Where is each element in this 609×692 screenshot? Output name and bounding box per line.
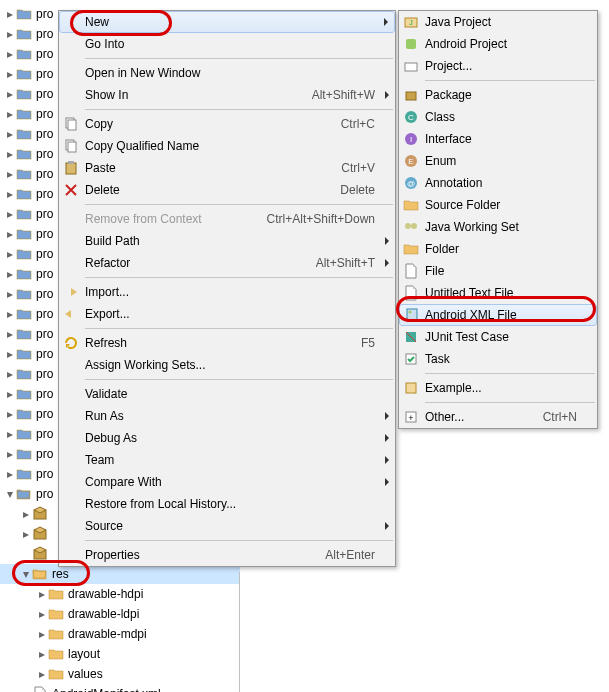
res-subfolder-row[interactable]: ▸ drawable-hdpi bbox=[0, 584, 240, 604]
expand-arrow-icon[interactable]: ▸ bbox=[4, 187, 16, 201]
svg-text:E: E bbox=[408, 157, 413, 166]
menu-item-export[interactable]: Export... bbox=[59, 303, 395, 325]
expand-arrow-icon[interactable]: ▸ bbox=[4, 47, 16, 61]
menu-item-properties[interactable]: PropertiesAlt+Enter bbox=[59, 544, 395, 566]
expand-arrow-icon[interactable]: ▸ bbox=[4, 387, 16, 401]
submenu-item-task[interactable]: Task bbox=[399, 348, 597, 370]
submenu-item-android-project[interactable]: Android Project bbox=[399, 33, 597, 55]
menu-item-new[interactable]: New bbox=[59, 11, 395, 33]
expand-arrow-icon[interactable]: ▸ bbox=[4, 67, 16, 81]
context-menu[interactable]: NewGo IntoOpen in New WindowShow InAlt+S… bbox=[58, 10, 396, 567]
expand-arrow-icon[interactable]: ▸ bbox=[4, 267, 16, 281]
workingset-icon bbox=[403, 219, 419, 235]
expand-arrow-icon[interactable]: ▸ bbox=[36, 587, 48, 601]
submenu-item-java-working-set[interactable]: Java Working Set bbox=[399, 216, 597, 238]
menu-item-compare-with[interactable]: Compare With bbox=[59, 471, 395, 493]
expand-arrow-icon[interactable]: ▸ bbox=[20, 527, 32, 541]
expand-arrow-icon[interactable]: ▸ bbox=[4, 207, 16, 221]
menu-label: Restore from Local History... bbox=[85, 497, 395, 511]
svg-text:+: + bbox=[408, 413, 413, 423]
submenu-item-source-folder[interactable]: Source Folder bbox=[399, 194, 597, 216]
expand-arrow-icon[interactable]: ▸ bbox=[4, 107, 16, 121]
expand-arrow-icon[interactable]: ▸ bbox=[4, 147, 16, 161]
junit-icon bbox=[403, 329, 419, 345]
menu-item-build-path[interactable]: Build Path bbox=[59, 230, 395, 252]
folder-icon bbox=[16, 466, 32, 482]
res-subfolder-row[interactable]: ▸ layout bbox=[0, 644, 240, 664]
res-subfolder-row[interactable]: ▸ values bbox=[0, 664, 240, 684]
menu-item-validate[interactable]: Validate bbox=[59, 383, 395, 405]
delete-icon bbox=[63, 182, 79, 198]
expand-arrow-icon[interactable]: ▸ bbox=[4, 427, 16, 441]
folder-icon bbox=[16, 446, 32, 462]
menu-item-source[interactable]: Source bbox=[59, 515, 395, 537]
menu-item-debug-as[interactable]: Debug As bbox=[59, 427, 395, 449]
submenu-item-enum[interactable]: EEnum bbox=[399, 150, 597, 172]
submenu-item-junit-test-case[interactable]: JUnit Test Case bbox=[399, 326, 597, 348]
submenu-item-class[interactable]: CClass bbox=[399, 106, 597, 128]
expand-arrow-icon[interactable]: ▸ bbox=[20, 507, 32, 521]
expand-arrow-icon[interactable]: ▸ bbox=[4, 367, 16, 381]
menu-separator bbox=[85, 109, 393, 110]
menu-item-refresh[interactable]: RefreshF5 bbox=[59, 332, 395, 354]
expand-arrow-icon[interactable]: ▸ bbox=[4, 447, 16, 461]
svg-rect-8 bbox=[68, 161, 74, 164]
expand-arrow-icon[interactable]: ▸ bbox=[36, 607, 48, 621]
menu-item-import[interactable]: Import... bbox=[59, 281, 395, 303]
expand-arrow-icon[interactable]: ▸ bbox=[4, 467, 16, 481]
expand-arrow-icon[interactable]: ▸ bbox=[4, 87, 16, 101]
submenu-item-package[interactable]: Package bbox=[399, 84, 597, 106]
submenu-item-example[interactable]: Example... bbox=[399, 377, 597, 399]
expand-arrow-icon[interactable]: ▸ bbox=[4, 327, 16, 341]
menu-label: Compare With bbox=[85, 475, 395, 489]
expand-arrow-icon[interactable]: ▸ bbox=[36, 647, 48, 661]
expand-arrow-icon[interactable]: ▸ bbox=[4, 127, 16, 141]
folder-icon bbox=[16, 286, 32, 302]
res-folder-row[interactable]: ▾ res bbox=[0, 564, 240, 584]
expand-arrow-icon[interactable]: ▸ bbox=[4, 227, 16, 241]
copyq-icon bbox=[63, 138, 79, 154]
submenu-item-untitled-text-file[interactable]: Untitled Text File bbox=[399, 282, 597, 304]
submenu-item-project[interactable]: Project... bbox=[399, 55, 597, 77]
expand-arrow-icon[interactable]: ▾ bbox=[20, 567, 32, 581]
expand-arrow-icon[interactable]: ▸ bbox=[36, 667, 48, 681]
submenu-item-folder[interactable]: Folder bbox=[399, 238, 597, 260]
menu-item-go-into[interactable]: Go Into bbox=[59, 33, 395, 55]
menu-item-open-in-new-window[interactable]: Open in New Window bbox=[59, 62, 395, 84]
project-label: pro bbox=[36, 427, 53, 441]
submenu-item-other[interactable]: +Other...Ctrl+N bbox=[399, 406, 597, 428]
menu-item-copy[interactable]: CopyCtrl+C bbox=[59, 113, 395, 135]
expand-arrow-icon[interactable]: ▾ bbox=[4, 487, 16, 501]
submenu-item-java-project[interactable]: JJava Project bbox=[399, 11, 597, 33]
menu-item-team[interactable]: Team bbox=[59, 449, 395, 471]
menu-item-assign-working-sets[interactable]: Assign Working Sets... bbox=[59, 354, 395, 376]
menu-item-restore-from-local-history[interactable]: Restore from Local History... bbox=[59, 493, 395, 515]
expand-arrow-icon[interactable]: ▸ bbox=[4, 347, 16, 361]
expand-arrow-icon[interactable]: ▸ bbox=[4, 407, 16, 421]
expand-arrow-icon[interactable]: ▸ bbox=[4, 7, 16, 21]
expand-arrow-icon[interactable]: ▸ bbox=[4, 167, 16, 181]
submenu-item-file[interactable]: File bbox=[399, 260, 597, 282]
menu-item-delete[interactable]: DeleteDelete bbox=[59, 179, 395, 201]
project-label: pro bbox=[36, 307, 53, 321]
res-subfolder-row[interactable]: ▸ drawable-mdpi bbox=[0, 624, 240, 644]
menu-item-run-as[interactable]: Run As bbox=[59, 405, 395, 427]
res-subfolder-row[interactable]: ▸ drawable-ldpi bbox=[0, 604, 240, 624]
expand-arrow-icon[interactable]: ▸ bbox=[4, 307, 16, 321]
expand-arrow-icon[interactable]: ▸ bbox=[4, 27, 16, 41]
project-label: pro bbox=[36, 7, 53, 21]
svg-text:@: @ bbox=[407, 179, 415, 188]
expand-arrow-icon[interactable]: ▸ bbox=[4, 247, 16, 261]
menu-item-copy-qualified-name[interactable]: Copy Qualified Name bbox=[59, 135, 395, 157]
menu-item-paste[interactable]: PasteCtrl+V bbox=[59, 157, 395, 179]
submenu-item-interface[interactable]: IInterface bbox=[399, 128, 597, 150]
new-submenu[interactable]: JJava ProjectAndroid ProjectProject...Pa… bbox=[398, 10, 598, 429]
menu-item-show-in[interactable]: Show InAlt+Shift+W bbox=[59, 84, 395, 106]
manifest-row[interactable]: AndroidManifest.xml bbox=[0, 684, 240, 692]
menu-label: Properties bbox=[85, 548, 325, 562]
expand-arrow-icon[interactable]: ▸ bbox=[36, 627, 48, 641]
expand-arrow-icon[interactable]: ▸ bbox=[4, 287, 16, 301]
menu-item-refactor[interactable]: RefactorAlt+Shift+T bbox=[59, 252, 395, 274]
submenu-item-android-xml-file[interactable]: Android XML File bbox=[399, 304, 597, 326]
submenu-item-annotation[interactable]: @Annotation bbox=[399, 172, 597, 194]
